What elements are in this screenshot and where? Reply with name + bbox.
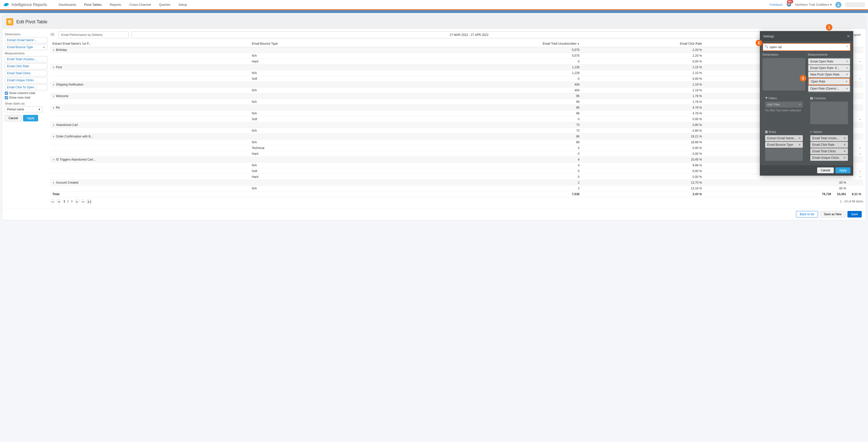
pager-pause[interactable]: ❚❚ bbox=[87, 199, 92, 204]
svg-rect-17 bbox=[765, 131, 768, 131]
cancel-button[interactable]: Cancel bbox=[5, 115, 22, 121]
feedback-link[interactable]: Feedback bbox=[769, 3, 783, 6]
chevron-down-icon: ▾ bbox=[39, 107, 40, 111]
popup-dimensions-header: Dimensions bbox=[763, 53, 805, 57]
nav-tab-cross-channel[interactable]: Cross-Channel bbox=[125, 0, 155, 9]
no-filter-text: No filter has been selected bbox=[765, 107, 803, 113]
report-name-input[interactable]: Email Performance by Delivery bbox=[58, 31, 129, 38]
popup-measurement-item[interactable]: New Push Open Rate+ bbox=[808, 71, 850, 77]
popup-measurement-item[interactable]: Email Open Rate+ bbox=[808, 58, 850, 64]
clear-search-icon[interactable]: ✕ bbox=[846, 45, 848, 48]
popup-rows-dropzone[interactable] bbox=[765, 148, 803, 161]
popup-chip[interactable]: Email Bounce Type✕ bbox=[765, 142, 803, 148]
apply-button[interactable]: Apply bbox=[23, 115, 38, 121]
expand-icon[interactable]: ▼ bbox=[53, 95, 55, 98]
expand-icon[interactable]: ▼ bbox=[53, 159, 55, 161]
plus-icon: + bbox=[846, 87, 848, 90]
table-row: N/A4042.19 %.51 % bbox=[51, 88, 863, 93]
table-row: Hard00.00 %-- bbox=[51, 174, 863, 180]
expand-icon[interactable]: ▼ bbox=[53, 49, 55, 52]
remove-icon[interactable]: ✕ bbox=[843, 143, 846, 147]
popup-measurement-item[interactable]: Email Open Rate- K...+ bbox=[808, 65, 850, 71]
remove-icon[interactable]: ✕ bbox=[843, 136, 846, 140]
popup-measurement-item[interactable]: Open Rate (Opens/...+ bbox=[808, 86, 850, 92]
expand-icon[interactable]: ▼ bbox=[53, 106, 55, 109]
user-avatar[interactable] bbox=[835, 2, 841, 8]
notification-bell[interactable]: 99+ bbox=[786, 1, 792, 8]
pager-page[interactable]: 1 bbox=[62, 200, 66, 203]
pager-first[interactable]: ⏮ bbox=[51, 199, 55, 204]
back-to-list-button[interactable]: Back to list bbox=[796, 211, 818, 218]
pager-last[interactable]: ⏭ bbox=[81, 199, 86, 204]
nav-tab-dashboards[interactable]: Dashboards bbox=[55, 0, 80, 9]
column-header[interactable]: Email Total Unsubscribes ▼ bbox=[390, 40, 582, 47]
svg-rect-15 bbox=[811, 97, 812, 100]
show-rows-total-checkbox[interactable]: Show rows total bbox=[5, 96, 48, 99]
sort-icon: ▼ bbox=[577, 43, 580, 45]
popup-chip[interactable]: Email Unique Clicks✕ bbox=[810, 155, 848, 161]
rows-icon bbox=[765, 131, 768, 133]
nav-tab-reports[interactable]: Reports bbox=[105, 0, 125, 9]
show-dates-select[interactable]: Period name ▾ bbox=[5, 106, 42, 113]
pager-info: 1 - 24 of 58 items bbox=[840, 200, 863, 203]
popup-chip[interactable]: Extract Email Name...✕ bbox=[765, 135, 803, 141]
save-as-new-button[interactable]: Save as New bbox=[820, 211, 845, 218]
popup-search-input[interactable] bbox=[763, 43, 850, 51]
measurements-label: Measurements bbox=[5, 52, 48, 55]
popup-filters-header: Filters bbox=[765, 97, 803, 100]
show-columns-total-checkbox[interactable]: Show columns total bbox=[5, 91, 48, 95]
svg-point-8 bbox=[51, 34, 51, 35]
expand-icon[interactable]: ▼ bbox=[53, 182, 55, 184]
pager-page[interactable]: 3 bbox=[70, 200, 73, 203]
add-filter-button[interactable]: Add Filter+ bbox=[765, 102, 803, 107]
column-header[interactable]: Email Click Rate bbox=[582, 40, 704, 47]
column-header[interactable]: Extract Email Name's 1st P... bbox=[51, 40, 250, 47]
nav-tab-queries[interactable]: Queries bbox=[155, 0, 175, 9]
config-pill[interactable]: Email Click Rate bbox=[5, 63, 48, 69]
save-button[interactable]: Save bbox=[847, 211, 862, 218]
pager-page[interactable]: 2 bbox=[66, 200, 70, 203]
popup-columns-list[interactable] bbox=[810, 102, 848, 124]
expand-icon[interactable]: ▼ bbox=[53, 135, 55, 138]
pivot-table-icon bbox=[6, 18, 13, 25]
svg-rect-14 bbox=[810, 97, 811, 100]
config-pill[interactable]: Extract Email Name'... bbox=[5, 37, 48, 43]
nav-tab-pivot-tables[interactable]: Pivot Tables bbox=[80, 0, 106, 10]
expand-icon[interactable]: ▼ bbox=[53, 84, 55, 86]
popup-values-header: # Values bbox=[810, 130, 848, 134]
popup-apply-button[interactable]: Apply bbox=[835, 167, 850, 173]
pivot-table: Extract Email Name's 1st P...Email Bounc… bbox=[51, 40, 863, 197]
popup-chip[interactable]: Email Click Rate✕ bbox=[810, 142, 848, 148]
popup-chip[interactable]: Email Total Clicks✕ bbox=[810, 148, 848, 154]
expand-icon[interactable]: ▼ bbox=[53, 66, 55, 69]
callout-marker-3: 3 bbox=[800, 75, 806, 82]
callout-marker-2: 2 bbox=[755, 40, 762, 46]
popup-measurement-item[interactable]: Open Rate+ bbox=[808, 78, 850, 85]
remove-icon[interactable]: ✕ bbox=[843, 150, 846, 153]
org-selector[interactable]: Northern Trail Outfitters ▾ bbox=[795, 3, 832, 6]
table-row: N/A951.78 %.60 % bbox=[51, 99, 863, 105]
config-pill[interactable]: Email Total Unsubsc... bbox=[5, 56, 48, 62]
table-row: ▼Abandoned Cart730.80 %.47 % bbox=[51, 122, 863, 128]
popup-chip[interactable]: Email Total Unubs...✕ bbox=[810, 135, 848, 141]
pager-next[interactable]: ▶ bbox=[75, 199, 80, 204]
date-range-picker[interactable]: 27 MAR 2022 - 27 APR 2022 bbox=[132, 31, 806, 38]
svg-point-9 bbox=[51, 35, 51, 36]
popup-close-button[interactable]: ✕ bbox=[847, 34, 850, 39]
table-row: ▼Account Created213.70 %.83 % bbox=[51, 180, 863, 186]
expand-icon[interactable]: ▼ bbox=[53, 124, 55, 126]
pager-prev[interactable]: ◀ bbox=[57, 199, 61, 204]
remove-icon[interactable]: ✕ bbox=[798, 136, 801, 140]
column-header[interactable]: Email Bounce Type bbox=[250, 40, 390, 47]
config-pill[interactable]: Email Click To Open ... bbox=[5, 84, 48, 90]
config-pill[interactable]: Email Unique Clicks bbox=[5, 77, 48, 83]
svg-rect-6 bbox=[10, 21, 11, 23]
list-icon[interactable] bbox=[51, 32, 56, 37]
popup-cancel-button[interactable]: Cancel bbox=[817, 167, 834, 173]
nav-tab-setup[interactable]: Setup bbox=[174, 0, 191, 9]
config-pill[interactable]: Email Bounce Type▼ bbox=[5, 44, 48, 50]
config-pill[interactable]: Email Total Clicks bbox=[5, 70, 48, 76]
header-search[interactable] bbox=[845, 2, 865, 7]
remove-icon[interactable]: ✕ bbox=[798, 143, 801, 147]
remove-icon[interactable]: ✕ bbox=[843, 156, 846, 160]
